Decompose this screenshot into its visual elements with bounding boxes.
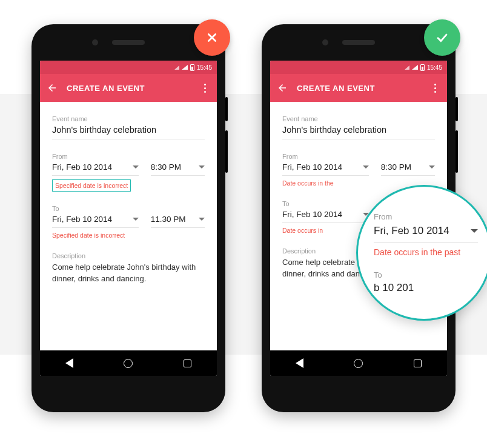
phone-side-button [456, 130, 458, 173]
back-button[interactable] [276, 82, 288, 94]
from-time-value: 8:30 PM [381, 162, 411, 172]
to-time-value: 11.30 PM [151, 215, 186, 224]
phone-screen: 15:45 CREATE AN EVENT Event name John's … [40, 61, 217, 376]
from-date-dropdown[interactable]: Fri, Feb 10 2014 [52, 162, 139, 176]
magnifier-from-date: Fri, Feb 10 2014 [374, 225, 449, 237]
phone-bad-example: 15:45 CREATE AN EVENT Event name John's … [31, 24, 225, 412]
badge-incorrect [194, 19, 230, 56]
to-date-value: Fri, Feb 10 2014 [282, 210, 342, 219]
nav-home-button[interactable] [123, 358, 134, 369]
magnifier-to-label: To [374, 270, 478, 279]
chevron-down-icon [429, 165, 435, 169]
android-nav-bar [40, 350, 217, 376]
battery-icon [420, 64, 425, 71]
dot-icon [434, 87, 436, 89]
to-error-text: Specified date is incorrect [52, 232, 205, 239]
arrow-left-icon [47, 82, 58, 93]
dot-icon [434, 84, 436, 85]
form-content: Event name John's birthday celebration F… [40, 102, 217, 350]
overflow-menu-button[interactable] [199, 82, 211, 94]
dot-icon [204, 87, 206, 89]
app-bar: CREATE AN EVENT [270, 74, 447, 102]
chevron-down-icon [363, 165, 369, 169]
event-name-label: Event name [282, 115, 435, 122]
square-recents-icon [184, 359, 191, 367]
event-name-section: Event name John's birthday celebration [282, 115, 435, 139]
nav-back-button[interactable] [64, 358, 75, 369]
battery-icon [190, 64, 194, 71]
badge-correct [424, 19, 460, 56]
dot-icon [434, 91, 436, 93]
nav-home-button[interactable] [353, 358, 364, 369]
arrow-left-icon [277, 82, 288, 93]
phone-side-button [225, 97, 228, 121]
to-section: To Fri, Feb 10 2014 11.30 PM Specifi [52, 205, 205, 239]
triangle-back-icon [296, 358, 303, 368]
triangle-back-icon [65, 358, 73, 368]
event-name-label: Event name [52, 115, 205, 122]
from-time-dropdown[interactable]: 8:30 PM [381, 162, 435, 176]
from-time-dropdown[interactable]: 8:30 PM [151, 162, 205, 176]
to-date-dropdown[interactable]: Fri, Feb 10 2014 [52, 215, 139, 228]
back-button[interactable] [46, 82, 58, 94]
nav-recents-button[interactable] [412, 358, 423, 369]
appbar-title: CREATE AN EVENT [297, 84, 429, 93]
from-label: From [52, 153, 205, 160]
wifi-icon [412, 65, 418, 70]
magnifier-error-text: Date occurs in the past [374, 247, 478, 257]
status-bar: 15:45 [40, 61, 217, 74]
status-time: 15:45 [197, 64, 212, 71]
to-date-dropdown[interactable]: Fri, Feb 10 2014 [282, 210, 369, 223]
magnifier-from-dropdown[interactable]: Fri, Feb 10 2014 [374, 225, 478, 242]
wifi-icon [182, 65, 188, 70]
phone-good-example: 15:45 CREATE AN EVENT Event name John's … [262, 24, 456, 412]
status-bar: 15:45 [270, 61, 447, 74]
dot-icon [204, 84, 206, 85]
appbar-title: CREATE AN EVENT [67, 84, 199, 93]
from-date-dropdown[interactable]: Fri, Feb 10 2014 [282, 162, 369, 176]
to-time-dropdown[interactable]: 11.30 PM [151, 215, 205, 228]
magnifier-to-date-partial: b 10 201 [374, 282, 478, 294]
phone-side-button [225, 130, 228, 173]
circle-home-icon [124, 359, 133, 368]
app-bar: CREATE AN EVENT [40, 74, 217, 102]
circle-home-icon [354, 359, 363, 368]
square-recents-icon [414, 359, 422, 367]
magnifier-from-label: From [374, 212, 478, 221]
status-time: 15:45 [427, 64, 442, 71]
dot-icon [204, 91, 206, 93]
event-name-field[interactable]: John's birthday celebration [282, 125, 435, 139]
phone-frame: 15:45 CREATE AN EVENT Event name John's … [31, 24, 225, 412]
chevron-down-icon [199, 165, 205, 169]
from-date-value: Fri, Feb 10 2014 [52, 162, 112, 172]
nav-back-button[interactable] [294, 358, 305, 369]
signal-icon [405, 65, 409, 70]
comparison-stage: 15:45 CREATE AN EVENT Event name John's … [0, 0, 487, 412]
chevron-down-icon [199, 218, 205, 221]
event-name-field[interactable]: John's birthday celebration [52, 125, 205, 139]
error-highlight-box: Specified date is incorrect [52, 179, 131, 192]
chevron-down-icon [471, 229, 478, 233]
from-label: From [282, 153, 435, 160]
event-name-section: Event name John's birthday celebration [52, 115, 205, 139]
cross-icon [204, 29, 220, 46]
from-section: From Fri, Feb 10 2014 8:30 PM Date o [282, 153, 435, 187]
description-section: Description Come help celebrate John's b… [52, 252, 205, 285]
description-label: Description [52, 252, 205, 259]
overflow-menu-button[interactable] [429, 82, 441, 94]
nav-recents-button[interactable] [182, 358, 193, 369]
magnifier-callout: From Fri, Feb 10 2014 Date occurs in the… [356, 185, 487, 321]
to-date-value: Fri, Feb 10 2014 [52, 215, 112, 224]
check-icon [434, 29, 451, 46]
from-date-value: Fri, Feb 10 2014 [282, 162, 342, 172]
from-error-text: Specified date is incorrect [55, 182, 128, 189]
to-label: To [52, 205, 205, 212]
from-section: From Fri, Feb 10 2014 8:30 PM [52, 153, 205, 192]
chevron-down-icon [133, 165, 139, 169]
chevron-down-icon [133, 218, 139, 221]
signal-icon [174, 65, 179, 70]
android-nav-bar [270, 350, 447, 376]
description-field[interactable]: Come help celebrate John's birthday with… [52, 262, 205, 285]
from-time-value: 8:30 PM [151, 162, 181, 172]
phone-side-button [456, 97, 458, 121]
